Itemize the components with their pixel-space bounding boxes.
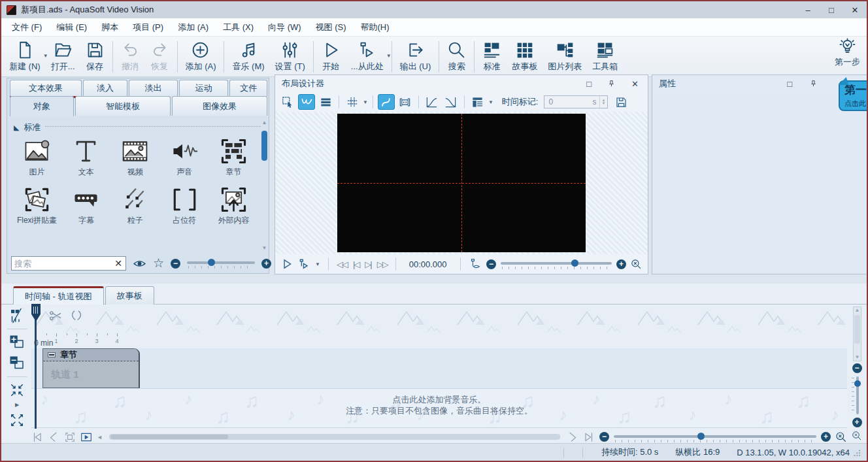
save-marker-icon[interactable] — [615, 96, 627, 108]
save-button[interactable]: 保存 — [80, 39, 110, 75]
collapse-chapter-icon[interactable] — [48, 352, 56, 357]
chevron-down-icon[interactable]: ▼ — [488, 99, 493, 105]
toolbox-button[interactable]: 工具箱 — [587, 39, 623, 75]
preview-eye-icon[interactable] — [133, 257, 146, 271]
open-button[interactable]: 打开... — [46, 39, 80, 75]
first-step-tooltip[interactable]: 第一 点击此 — [839, 80, 868, 111]
maximize-panel-icon[interactable]: □ — [586, 79, 592, 89]
section-standard[interactable]: ◣ 标准 — [7, 116, 269, 135]
timeline-zoom-slider[interactable] — [614, 432, 816, 442]
scroll-up-icon[interactable]: ▲ — [854, 307, 861, 314]
time-marker-field[interactable]: 0s▲▼ — [544, 95, 608, 108]
music-button[interactable]: 音乐 (M) — [227, 39, 269, 75]
menu-item-5[interactable]: 添加 (A) — [171, 22, 216, 33]
palette-item-图片[interactable]: 图片 — [12, 137, 61, 178]
play-from-here-button[interactable] — [298, 258, 310, 270]
tab-对象[interactable]: 对象 — [10, 96, 74, 116]
menu-item-8[interactable]: 视图 (S) — [309, 22, 354, 33]
collapse-icon[interactable] — [9, 382, 25, 398]
menu-item-3[interactable]: 脚本 — [94, 22, 125, 33]
add-button[interactable]: 添加 (A) — [180, 39, 222, 75]
tab-图像效果[interactable]: 图像效果 — [172, 96, 267, 116]
track-height-slider[interactable] — [852, 376, 862, 414]
palette-item-占位符[interactable]: 占位符 — [160, 186, 209, 226]
track-options-icon[interactable] — [9, 308, 25, 323]
from-here-button[interactable]: ...从此处▼ — [346, 39, 389, 75]
scroll-up-icon[interactable]: ▲ — [261, 120, 267, 125]
scroll-down-icon[interactable]: ▼ — [854, 354, 861, 361]
chevron-down-icon[interactable]: ▼ — [386, 52, 392, 61]
fast-forward-button[interactable]: ▷▷ — [377, 259, 388, 269]
split-icon[interactable] — [69, 308, 84, 323]
maximize-button[interactable]: □ — [820, 1, 843, 18]
grid-tool[interactable] — [344, 94, 361, 110]
layers-tool[interactable] — [317, 94, 334, 110]
view-options-tool[interactable] — [469, 94, 486, 110]
palette-item-文本[interactable]: 文本 — [61, 137, 110, 178]
palette-item-字幕[interactable]: 字幕 — [61, 186, 110, 226]
menu-item-7[interactable]: 向导 (W) — [261, 22, 309, 33]
play-button[interactable] — [281, 258, 293, 270]
scroll-left-icon[interactable]: ◄ — [97, 434, 103, 440]
palette-item-Flexi拼貼畫[interactable]: Flexi拼貼畫 — [12, 186, 61, 226]
track-row[interactable]: 章节 轨道 1 — [31, 348, 847, 389]
tab-文件[interactable]: 文件 — [229, 80, 267, 96]
palette-scrollbar[interactable]: ▲ ▼ — [261, 120, 267, 251]
skip-start-icon[interactable] — [31, 431, 43, 443]
preview-zoom-out-button[interactable]: − — [486, 259, 496, 269]
chevron-down-icon[interactable]: ▼ — [363, 99, 368, 105]
scroll-down-icon[interactable]: ▼ — [261, 246, 267, 251]
timeline-zoom-reset-icon[interactable] — [835, 431, 847, 443]
curve-tool[interactable] — [378, 94, 395, 110]
select-tool[interactable] — [279, 94, 296, 110]
chapter-block[interactable]: 章节 轨道 1 — [42, 348, 140, 388]
chapter-header[interactable]: 章节 — [43, 349, 139, 361]
minimize-button[interactable]: – — [796, 1, 820, 18]
new-button[interactable]: 新建 (N)▼ — [4, 39, 46, 75]
zoom-in-button[interactable]: + — [261, 259, 271, 269]
menu-item-9[interactable]: 帮助(H) — [354, 22, 397, 33]
tab-淡出[interactable]: 淡出 — [129, 80, 178, 96]
first-step-button[interactable]: 第一步 — [835, 38, 860, 68]
close-button[interactable]: ✕ — [843, 1, 867, 18]
tab-运动[interactable]: 运动 — [179, 80, 228, 96]
next-icon[interactable] — [567, 431, 578, 443]
ease-out-tool[interactable] — [442, 94, 459, 110]
maximize-panel-icon[interactable]: □ — [787, 79, 792, 89]
start-button[interactable]: 开始 — [316, 39, 346, 75]
zoom-out-button[interactable]: − — [171, 259, 180, 269]
preview-zoom-reset-icon[interactable] — [631, 259, 642, 270]
marker-eye-icon[interactable] — [469, 258, 480, 270]
timeline-vertical-scrollbar[interactable]: ▲ ▼ — [853, 306, 861, 361]
close-panel-icon[interactable]: ✕ — [631, 79, 639, 89]
tab-时间轴 - 轨道视图[interactable]: 时间轴 - 轨道视图 — [13, 286, 104, 305]
rewind-button[interactable]: ◁◁ — [337, 259, 347, 269]
pin-icon[interactable] — [809, 80, 818, 88]
track-zoom-in-button[interactable]: + — [852, 418, 862, 427]
thumbnail-size-slider[interactable] — [187, 258, 255, 269]
search-button[interactable]: 搜索 — [442, 39, 471, 75]
chevron-down-icon[interactable]: ▼ — [315, 261, 320, 267]
menu-item-6[interactable]: 工具 (X) — [216, 22, 261, 33]
image-list-button[interactable]: 图片列表 — [542, 39, 587, 75]
frame-icon[interactable] — [64, 431, 76, 443]
tab-智能模板[interactable]: 智能模板 — [75, 96, 171, 116]
palette-item-粒子[interactable]: 粒子 — [110, 186, 159, 226]
prev-icon[interactable] — [48, 431, 59, 443]
favorites-star-icon[interactable]: ☆ — [153, 257, 164, 269]
timeline-horizontal-scrollbar[interactable] — [109, 434, 560, 440]
palette-item-外部内容[interactable]: 外部内容 — [209, 186, 258, 226]
chevron-right-icon[interactable]: ▶ — [15, 403, 19, 407]
spinner-icon[interactable]: ▲▼ — [599, 96, 608, 108]
remove-track-icon[interactable] — [9, 355, 25, 371]
timeline-zoom-out-button[interactable]: − — [599, 432, 609, 442]
output-button[interactable]: 输出 (U) — [395, 39, 437, 75]
preview-zoom-in-button[interactable]: + — [616, 259, 626, 269]
palette-item-声音[interactable]: 声音 — [160, 137, 209, 178]
play-box-icon[interactable] — [80, 431, 92, 443]
ease-in-tool[interactable] — [424, 94, 441, 110]
skip-end-icon[interactable] — [583, 431, 595, 443]
track-zoom-reset-icon[interactable] — [852, 431, 862, 441]
search-input[interactable] — [13, 258, 114, 269]
preview-canvas[interactable] — [337, 114, 586, 252]
